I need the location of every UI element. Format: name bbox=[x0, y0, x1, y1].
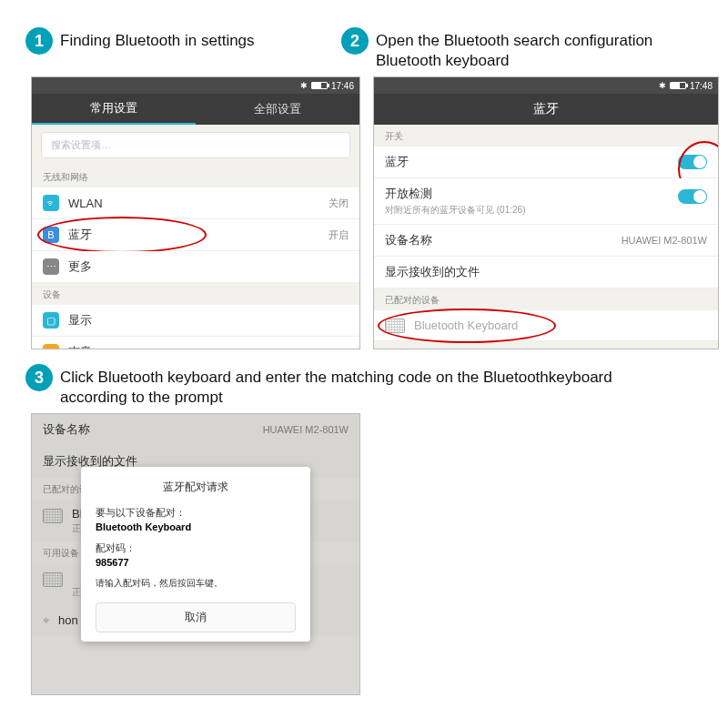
more-label: 更多 bbox=[68, 258, 349, 275]
received-files-label: 显示接收到的文件 bbox=[385, 264, 707, 280]
search-input[interactable]: 搜索设置项… bbox=[41, 132, 350, 158]
bluetooth-icon: B bbox=[43, 227, 59, 243]
row-paired-keyboard[interactable]: Bluetooth Keyboard bbox=[374, 310, 718, 341]
section-available: 可用设备 bbox=[374, 341, 718, 349]
cancel-button[interactable]: 取消 bbox=[96, 602, 296, 632]
bt-toggle[interactable] bbox=[678, 155, 707, 169]
discover-label: 开放检测 bbox=[385, 186, 678, 202]
wlan-value: 关闭 bbox=[329, 197, 349, 210]
tab-common-settings[interactable]: 常用设置 bbox=[32, 94, 196, 125]
step-2-text: Open the Bluetooth search configuration … bbox=[376, 27, 718, 71]
step-3-label: 3 Click Bluetooth keyboard and enter the… bbox=[25, 364, 617, 408]
screenshot-pairing-dialog: 设备名称 HUAWEI M2-801W 显示接收到的文件 已配对的设备 Blue… bbox=[31, 413, 360, 695]
step-1-number: 1 bbox=[25, 27, 53, 55]
status-time: 17:48 bbox=[690, 81, 713, 91]
step-1-text: Finding Bluetooth in settings bbox=[60, 27, 255, 51]
more-icon: ⋯ bbox=[43, 258, 59, 275]
step-3-text: Click Bluetooth keyboard and enter the m… bbox=[60, 364, 617, 408]
bluetooth-status-icon: ✱ bbox=[300, 81, 308, 90]
row-device-name[interactable]: 设备名称 HUAWEI M2-801W bbox=[374, 225, 718, 257]
row-sound[interactable]: ♪ 声音 bbox=[32, 337, 359, 349]
pairing-dialog: 蓝牙配对请求 要与以下设备配对： Bluetooth Keyboard 配对码：… bbox=[81, 467, 310, 642]
display-icon: ▢ bbox=[43, 312, 59, 329]
row-wlan[interactable]: ᯤ WLAN 关闭 bbox=[32, 187, 359, 219]
bluetooth-label: 蓝牙 bbox=[68, 227, 329, 243]
bluetooth-status-icon: ✱ bbox=[659, 81, 666, 90]
discover-subtitle: 对附近所有的蓝牙设备可见 (01:26) bbox=[385, 204, 678, 217]
step-1-label: 1 Finding Bluetooth in settings bbox=[25, 27, 360, 55]
wifi-icon: ᯤ bbox=[43, 195, 59, 211]
step-3-number: 3 bbox=[25, 364, 53, 391]
row-received-files[interactable]: 显示接收到的文件 bbox=[374, 257, 718, 288]
status-bar: ✱ 17:46 bbox=[32, 77, 359, 94]
keyboard-icon bbox=[385, 319, 405, 333]
row-discoverable[interactable]: 开放检测 对附近所有的蓝牙设备可见 (01:26) bbox=[374, 178, 718, 225]
discover-toggle[interactable] bbox=[678, 189, 707, 204]
dialog-title: 蓝牙配对请求 bbox=[96, 480, 296, 495]
screen-title: 蓝牙 bbox=[374, 94, 718, 125]
row-more[interactable]: ⋯ 更多 bbox=[32, 251, 359, 283]
tab-all-settings[interactable]: 全部设置 bbox=[196, 94, 359, 125]
screenshot-settings: ✱ 17:46 常用设置 全部设置 搜索设置项… 无线和网络 ᯤ WLAN 关闭… bbox=[31, 76, 360, 349]
display-label: 显示 bbox=[68, 312, 349, 329]
status-bar: ✱ 17:48 bbox=[374, 77, 718, 94]
battery-icon bbox=[311, 82, 328, 89]
row-bt-toggle[interactable]: 蓝牙 bbox=[374, 147, 718, 178]
wlan-label: WLAN bbox=[68, 197, 329, 210]
device-name-label: 设备名称 bbox=[385, 232, 622, 248]
section-wireless: 无线和网络 bbox=[32, 166, 359, 187]
settings-tabs: 常用设置 全部设置 bbox=[32, 94, 359, 125]
step-2-label: 2 Open the Bluetooth search configuratio… bbox=[341, 27, 718, 71]
bt-toggle-label: 蓝牙 bbox=[385, 154, 678, 170]
row-display[interactable]: ▢ 显示 bbox=[32, 305, 359, 337]
dialog-code-label: 配对码： bbox=[96, 541, 296, 555]
paired-device-label: Bluetooth Keyboard bbox=[414, 319, 707, 332]
dialog-device-name: Bluetooth Keyboard bbox=[96, 521, 296, 532]
battery-icon bbox=[670, 82, 686, 89]
device-name-value: HUAWEI M2-801W bbox=[622, 235, 707, 246]
section-device: 设备 bbox=[32, 283, 359, 305]
dialog-hint: 请输入配对码，然后按回车键。 bbox=[96, 577, 296, 590]
step-2-number: 2 bbox=[341, 27, 369, 55]
section-paired: 已配对的设备 bbox=[374, 288, 718, 310]
section-switch: 开关 bbox=[374, 125, 718, 147]
screenshot-bluetooth: ✱ 17:48 蓝牙 开关 蓝牙 开放检测 对附近所有的蓝牙设备可见 (01:2… bbox=[373, 76, 719, 349]
status-time: 17:46 bbox=[331, 81, 354, 91]
sound-icon: ♪ bbox=[43, 344, 59, 349]
dialog-code-value: 985677 bbox=[96, 557, 296, 568]
row-bluetooth[interactable]: B 蓝牙 开启 bbox=[32, 219, 359, 251]
dialog-pair-with: 要与以下设备配对： bbox=[96, 506, 296, 520]
bluetooth-value: 开启 bbox=[329, 228, 349, 242]
sound-label: 声音 bbox=[68, 344, 349, 349]
